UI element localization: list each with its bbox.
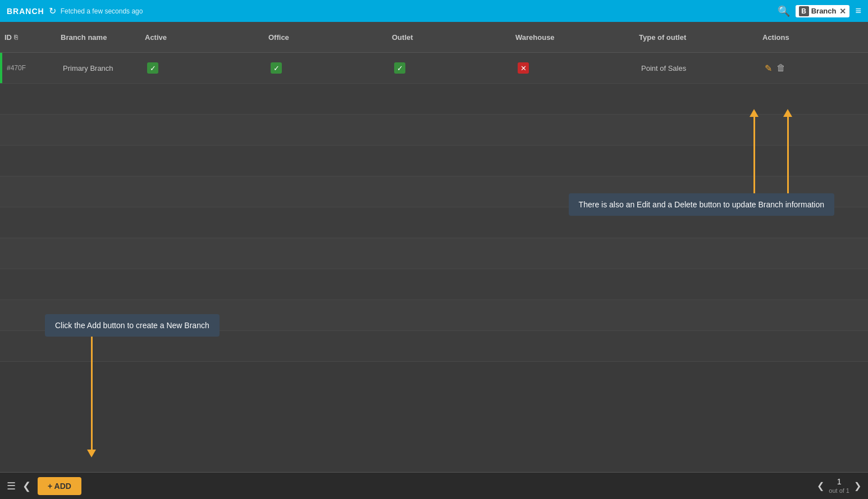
page-info: 1 out of 1 — [829, 477, 849, 495]
arrow-head-up-edit — [750, 109, 759, 117]
bottom-bar: ☰ ❮ + ADD ❮ 1 out of 1 ❯ — [0, 472, 868, 499]
arrow-line-up-edit — [753, 117, 755, 193]
arrow-line-down-add — [91, 337, 93, 450]
bottom-right: ❮ 1 out of 1 ❯ — [817, 477, 861, 495]
office-check-icon: ✓ — [271, 62, 282, 74]
branch-tag-label: Branch — [811, 7, 837, 15]
empty-row-2 — [0, 115, 868, 146]
table-row: #470F Primary Branch ✓ ✓ ✓ ✕ Point of Sa… — [0, 53, 868, 84]
empty-row-1 — [0, 84, 868, 115]
col-warehouse: Warehouse — [515, 33, 639, 42]
arrow-head-up-delete — [783, 109, 792, 117]
col-id: ID ⎘ — [4, 33, 61, 42]
row-warehouse: ✕ — [515, 62, 639, 74]
branch-tag-close[interactable]: ✕ — [839, 7, 846, 16]
branch-tag: B Branch ✕ — [796, 5, 850, 17]
page-number: 1 — [829, 477, 849, 487]
outlet-check-icon: ✓ — [394, 62, 405, 74]
app-title: BRANCH — [7, 7, 44, 16]
warehouse-check-icon: ✕ — [518, 62, 529, 74]
refresh-icon[interactable]: ↻ — [49, 6, 56, 16]
copy-icon[interactable]: ⎘ — [14, 34, 18, 40]
row-outlet: ✓ — [392, 62, 515, 74]
empty-row-3 — [0, 146, 868, 176]
action-buttons: ✎ 🗑 — [765, 63, 785, 74]
col-outlet: Outlet — [392, 33, 515, 42]
delete-button[interactable]: 🗑 — [776, 63, 785, 73]
arrow-to-add — [87, 337, 96, 457]
back-button[interactable]: ❮ — [22, 480, 31, 492]
edit-button[interactable]: ✎ — [765, 63, 772, 74]
arrow-head-down-add — [87, 450, 96, 457]
active-check-icon: ✓ — [147, 62, 158, 74]
edit-delete-tooltip: There is also an Edit and a Delete butto… — [569, 193, 834, 216]
col-actions: Actions — [762, 33, 864, 42]
status-text: Fetched a few seconds ago — [61, 7, 143, 15]
next-page-button[interactable]: ❯ — [854, 480, 861, 491]
top-bar-left: BRANCH ↻ Fetched a few seconds ago — [7, 6, 143, 16]
arrow-to-edit — [750, 109, 759, 193]
row-active: ✓ — [145, 62, 268, 74]
empty-row-6 — [0, 238, 868, 269]
search-icon[interactable]: 🔍 — [778, 5, 790, 17]
bottom-left: ☰ ❮ + ADD — [7, 477, 81, 495]
add-branch-tooltip: Click the Add button to create a New Bra… — [45, 314, 220, 337]
table-header: ID ⎘ Branch name Active Office Outlet Wa… — [0, 22, 868, 53]
add-button-label: + ADD — [48, 482, 71, 491]
hamburger-button[interactable]: ☰ — [7, 480, 16, 492]
arrow-line-up-delete — [787, 117, 789, 193]
top-bar: BRANCH ↻ Fetched a few seconds ago 🔍 B B… — [0, 0, 868, 22]
empty-row-7 — [0, 269, 868, 300]
menu-icon[interactable]: ≡ — [855, 5, 861, 17]
row-accent — [0, 53, 2, 83]
add-button[interactable]: + ADD — [38, 477, 81, 495]
arrow-to-delete — [783, 109, 792, 193]
row-office: ✓ — [268, 62, 392, 74]
row-type-of-outlet: Point of Sales — [639, 64, 762, 72]
prev-page-button[interactable]: ❮ — [817, 480, 824, 491]
col-type-of-outlet: Type of outlet — [639, 33, 762, 42]
col-active: Active — [145, 33, 268, 42]
col-name: Branch name — [61, 33, 145, 42]
col-office: Office — [268, 33, 392, 42]
table-container: ID ⎘ Branch name Active Office Outlet Wa… — [0, 22, 868, 472]
top-bar-right: 🔍 B Branch ✕ ≡ — [778, 5, 861, 17]
page-sub: out of 1 — [829, 487, 849, 495]
row-name: Primary Branch — [61, 64, 145, 72]
row-id: #470F — [4, 64, 61, 72]
row-actions: ✎ 🗑 — [762, 63, 864, 74]
branch-tag-icon: B — [799, 6, 809, 16]
